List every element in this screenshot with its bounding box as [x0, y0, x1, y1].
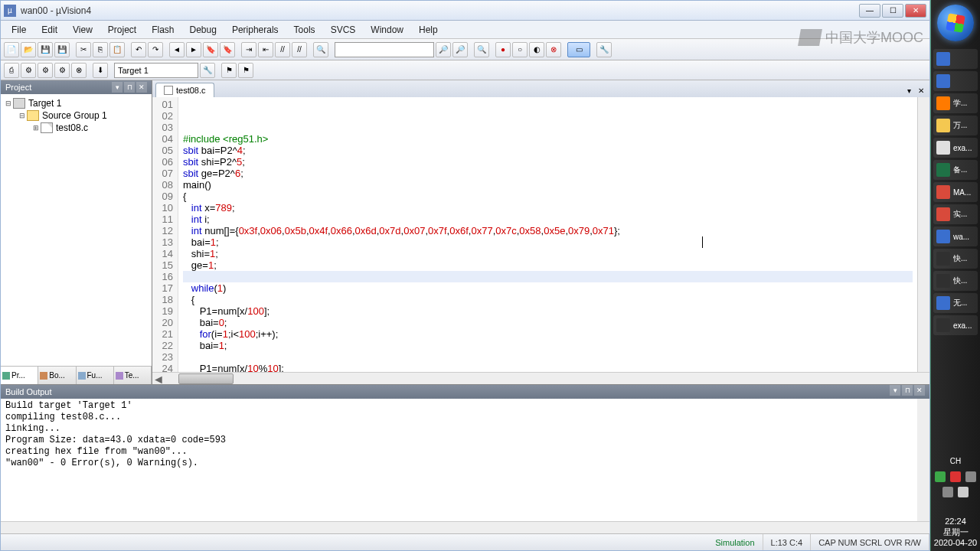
menu-file[interactable]: File	[4, 23, 34, 37]
project-tab[interactable]: Te...	[114, 367, 152, 384]
code-line[interactable]: bai=1;	[183, 340, 913, 351]
code-line[interactable]: for(i=1;i<100;i++);	[183, 328, 913, 340]
code-line[interactable]: sbit shi=P2^5;	[183, 156, 913, 168]
menu-edit[interactable]: Edit	[34, 23, 65, 37]
build-output-text[interactable]: Build target 'Target 1' compiling test08…	[1, 399, 917, 521]
code-line[interactable]: while(1)	[183, 282, 913, 294]
code-line[interactable]: {	[183, 191, 913, 202]
tray-icon[interactable]	[950, 471, 961, 482]
breakpoint-insert-button[interactable]: ●	[495, 42, 511, 57]
code-content[interactable]: #include <reg51.h>sbit bai=P2^4;sbit shi…	[178, 97, 917, 372]
manage2-button[interactable]: ⚑	[238, 63, 253, 78]
code-line[interactable]: P1=num[x/10%10];	[183, 363, 913, 372]
target-select[interactable]	[114, 63, 198, 78]
comment-button[interactable]: //	[275, 42, 290, 57]
taskbar-item[interactable]: 无...	[933, 293, 978, 313]
panel-close-button[interactable]: ✕	[136, 82, 147, 93]
code-line[interactable]: bai=0;	[183, 317, 913, 328]
bookmark-next-button[interactable]: ►	[186, 42, 201, 57]
menu-tools[interactable]: Tools	[286, 23, 323, 37]
volume-icon[interactable]	[958, 487, 969, 497]
code-line[interactable]: sbit ge=P2^6;	[183, 168, 913, 179]
editor-tab[interactable]: test08.c	[155, 83, 214, 97]
code-line[interactable]: ge=1;	[183, 259, 913, 271]
window-layout-button[interactable]: ▭	[567, 42, 590, 57]
project-tab[interactable]: Bo...	[38, 367, 76, 384]
panel-menu-button[interactable]: ▾	[890, 385, 900, 396]
panel-pin-button[interactable]: ⊓	[124, 82, 135, 93]
project-tree[interactable]: ⊟ Target 1 ⊟ Source Group 1 ⊞ test08.c	[1, 94, 152, 366]
menu-window[interactable]: Window	[363, 23, 411, 37]
incremental-find-button[interactable]: 🔎	[452, 42, 468, 57]
menu-view[interactable]: View	[65, 23, 100, 37]
scrollbar-thumb[interactable]	[178, 373, 234, 384]
minimize-button[interactable]: —	[859, 4, 880, 18]
tree-toggle-icon[interactable]: ⊞	[31, 124, 41, 132]
code-editor[interactable]: 0102030405060708091011121314151617181920…	[152, 97, 929, 372]
tree-group[interactable]: ⊟ Source Group 1	[4, 109, 149, 122]
code-line[interactable]	[183, 351, 913, 363]
tray-icon[interactable]	[942, 487, 953, 497]
tray-icon[interactable]	[965, 471, 976, 482]
code-line[interactable]: bai=1;	[183, 236, 913, 248]
editor-vertical-scrollbar[interactable]	[917, 97, 929, 372]
menu-debug[interactable]: Debug	[182, 23, 224, 37]
code-line[interactable]: shi=1;	[183, 248, 913, 259]
open-file-button[interactable]: 📂	[21, 42, 36, 57]
build-horizontal-scrollbar[interactable]	[1, 521, 929, 533]
build-vertical-scrollbar[interactable]	[917, 399, 929, 521]
debug-button[interactable]: 🔍	[474, 42, 489, 57]
breakpoint-disable-button[interactable]: ◐	[529, 42, 544, 57]
breakpoint-enable-button[interactable]: ○	[512, 42, 528, 57]
panel-close-button[interactable]: ✕	[914, 385, 925, 396]
bookmark-button[interactable]: 🔖	[203, 42, 218, 57]
close-button[interactable]: ✕	[905, 4, 926, 18]
taskbar-item[interactable]: exa...	[933, 138, 978, 158]
bookmark-prev-button[interactable]: ◄	[169, 42, 185, 57]
panel-menu-button[interactable]: ▾	[112, 82, 122, 93]
undo-button[interactable]: ↶	[131, 42, 146, 57]
build-button[interactable]: ⚙	[21, 63, 36, 78]
code-line[interactable]: int x=789;	[183, 202, 913, 214]
editor-horizontal-scrollbar[interactable]: ◄	[152, 372, 929, 384]
paste-button[interactable]: 📋	[109, 42, 125, 57]
taskbar-item[interactable]: 学...	[933, 93, 978, 113]
tree-file[interactable]: ⊞ test08.c	[4, 122, 149, 134]
code-line[interactable]	[183, 271, 913, 282]
start-button[interactable]	[937, 5, 974, 41]
menu-flash[interactable]: Flash	[144, 23, 181, 37]
redo-button[interactable]: ↷	[148, 42, 163, 57]
taskbar-item[interactable]: wa...	[933, 227, 978, 246]
ime-indicator[interactable]: CH	[934, 457, 977, 465]
taskbar-item[interactable]: 实...	[933, 204, 978, 224]
save-all-button[interactable]: 💾	[54, 42, 70, 57]
menu-help[interactable]: Help	[411, 23, 446, 37]
menu-svcs[interactable]: SVCS	[323, 23, 364, 37]
translate-button[interactable]: ⎙	[4, 63, 19, 78]
breakpoint-kill-button[interactable]: ⊗	[546, 42, 561, 57]
manage-button[interactable]: ⚑	[221, 63, 237, 78]
taskbar-item[interactable]: exa...	[933, 315, 978, 335]
bookmark2-button[interactable]: 🔖	[220, 42, 235, 57]
find-button[interactable]: 🔎	[436, 42, 451, 57]
copy-button[interactable]: ⎘	[93, 42, 108, 57]
taskbar-item[interactable]	[933, 71, 978, 91]
panel-pin-button[interactable]: ⊓	[902, 385, 913, 396]
find-combo[interactable]	[335, 42, 434, 57]
stop-build-button[interactable]: ⊗	[71, 63, 87, 78]
code-line[interactable]: int i;	[183, 214, 913, 225]
code-line[interactable]: P1=num[x/100];	[183, 305, 913, 317]
taskbar-item[interactable]: 快...	[933, 271, 978, 291]
taskbar-clock[interactable]: 22:24 星期一 2020-04-20	[931, 516, 980, 548]
taskbar-item[interactable]: 快...	[933, 249, 978, 269]
tree-toggle-icon[interactable]: ⊟	[18, 112, 27, 119]
project-tab[interactable]: Pr...	[1, 367, 38, 384]
download-button[interactable]: ⬇	[93, 63, 108, 78]
editor-close-button[interactable]: ✕	[916, 86, 926, 97]
code-line[interactable]: {	[183, 294, 913, 305]
code-line[interactable]: #include <reg51.h>	[183, 133, 913, 145]
save-button[interactable]: 💾	[38, 42, 53, 57]
outdent-button[interactable]: ⇤	[258, 42, 273, 57]
tree-target[interactable]: ⊟ Target 1	[4, 97, 149, 109]
cut-button[interactable]: ✂	[76, 42, 91, 57]
